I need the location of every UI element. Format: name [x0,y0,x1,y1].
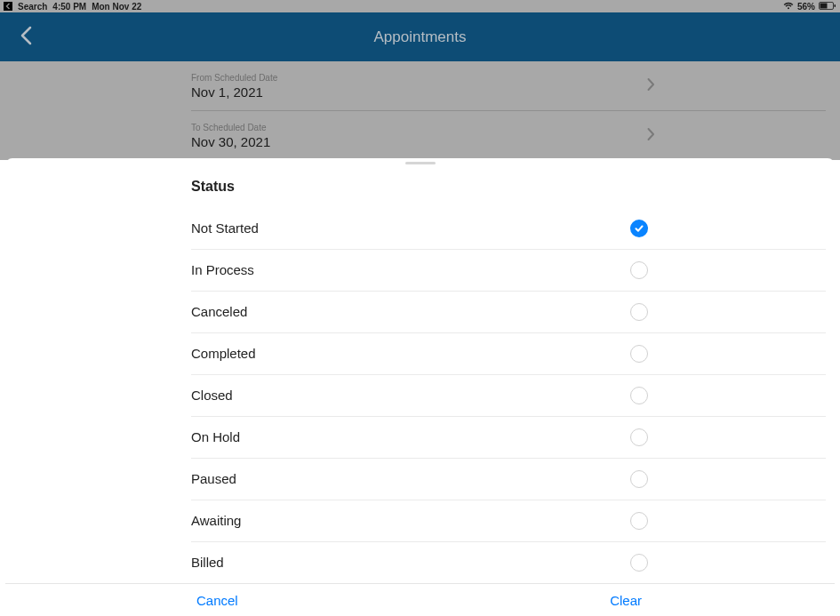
back-button[interactable] [20,26,32,49]
back-app-label[interactable]: Search [18,2,47,12]
status-option-label: Not Started [191,220,259,236]
radio-unselected-icon[interactable] [630,470,648,488]
svg-rect-1 [820,3,828,8]
radio-unselected-icon[interactable] [630,512,648,530]
status-option[interactable]: Canceled [191,291,648,332]
battery-percent: 56% [797,2,815,12]
radio-unselected-icon[interactable] [630,303,648,321]
from-date-row[interactable]: From Scheduled Date Nov 1, 2021 [0,61,840,110]
radio-unselected-icon[interactable] [630,345,648,363]
radio-unselected-icon[interactable] [630,554,648,572]
status-option[interactable]: In Process [191,249,648,291]
status-option-label: Canceled [191,304,247,319]
status-option[interactable]: Billed [191,541,648,583]
status-bar: Search 4:50 PM Mon Nov 22 56% [0,0,840,12]
svg-rect-2 [835,4,836,7]
radio-unselected-icon[interactable] [630,387,648,404]
to-date-label: To Scheduled Date [191,123,826,132]
status-option[interactable]: Completed [191,332,648,374]
sheet-title: Status [191,173,835,207]
battery-icon [819,2,836,12]
from-date-label: From Scheduled Date [191,73,826,83]
status-option-label: Closed [191,388,233,403]
to-date-row[interactable]: To Scheduled Date Nov 30, 2021 [0,111,840,160]
nav-bar: Appointments [0,12,840,61]
to-date-value: Nov 30, 2021 [191,134,826,149]
from-date-value: Nov 1, 2021 [191,84,826,100]
status-option[interactable]: On Hold [191,416,648,458]
status-time: 4:50 PM [52,2,86,12]
status-date: Mon Nov 22 [92,2,141,12]
status-option[interactable]: Closed [191,374,648,416]
status-filter-sheet: Status Not StartedIn ProcessCanceledComp… [5,158,835,616]
status-option[interactable]: Not Started [191,207,648,249]
chevron-right-icon [647,127,655,144]
status-option-label: Paused [191,471,236,486]
radio-selected-icon[interactable] [630,220,648,237]
cancel-button[interactable]: Cancel [196,593,238,608]
chevron-right-icon [647,77,655,94]
status-option[interactable]: Awaiting [191,500,648,541]
radio-unselected-icon[interactable] [630,428,648,446]
status-option-label: Billed [191,555,224,570]
page-title: Appointments [374,28,467,46]
sheet-footer: Cancel Clear [5,583,835,616]
clear-button[interactable]: Clear [610,593,642,608]
status-option-label: On Hold [191,429,240,444]
back-app-icon[interactable] [4,2,12,11]
status-option-label: In Process [191,262,254,277]
radio-unselected-icon[interactable] [630,261,648,279]
status-option-label: Awaiting [191,513,241,528]
status-option[interactable]: Paused [191,458,648,500]
wifi-icon [783,2,794,12]
status-option-label: Completed [191,346,256,361]
